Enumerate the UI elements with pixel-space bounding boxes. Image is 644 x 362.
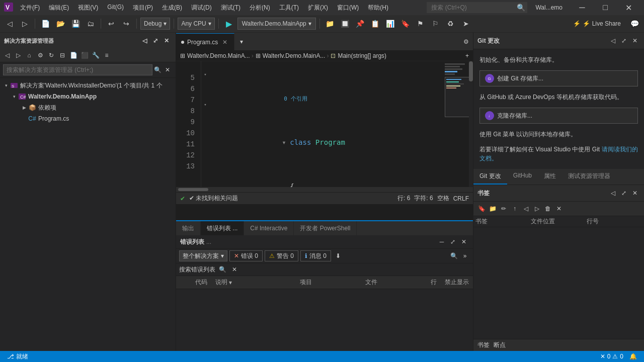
error-search-icon[interactable]: 🔍 bbox=[217, 264, 227, 275]
bm-new-btn[interactable]: 🔖 bbox=[476, 204, 487, 214]
bm-rename-btn[interactable]: ✏ bbox=[499, 204, 509, 214]
bm-next-btn[interactable]: ▷ bbox=[532, 204, 542, 214]
sol-tb-refresh[interactable]: ↻ bbox=[46, 50, 56, 60]
col-header-file[interactable]: 文件 bbox=[361, 277, 427, 288]
toolbar-extra5[interactable]: 📊 bbox=[384, 17, 397, 30]
tab-overflow-btn[interactable]: ▾ bbox=[234, 33, 249, 50]
git-create-btn[interactable]: G 创建 Git 存储库... bbox=[479, 70, 638, 86]
fold-btn-class[interactable]: ▾ bbox=[201, 70, 209, 78]
code-content[interactable]: 0 个引用 ▾ class Program { bbox=[274, 61, 443, 187]
run-target-dropdown[interactable]: Walterlv.Demo.MainApp ▾ bbox=[237, 18, 316, 30]
breadcrumb-add[interactable]: + bbox=[465, 52, 469, 59]
bottom-tab-csharp[interactable]: C# Interactive bbox=[244, 221, 294, 235]
menu-test[interactable]: 测试(T) bbox=[217, 2, 245, 14]
toolbar-extra3[interactable]: 📌 bbox=[354, 17, 367, 30]
bottom-tab-output[interactable]: 输出 bbox=[176, 221, 201, 235]
toolbar-extra6[interactable]: 🔖 bbox=[399, 17, 412, 30]
col-header-desc[interactable]: 说明 ▾ bbox=[211, 277, 296, 288]
sol-tb-prop[interactable]: ≡ bbox=[102, 50, 112, 60]
toolbar-new[interactable]: 📄 bbox=[39, 17, 52, 30]
git-tab-props[interactable]: 属性 bbox=[538, 169, 562, 185]
toolbar-back[interactable]: ◁ bbox=[3, 17, 16, 30]
bottom-tab-errors[interactable]: 错误列表 ... bbox=[201, 221, 244, 235]
sol-tb-filter[interactable]: ⬛ bbox=[79, 50, 90, 60]
menu-file[interactable]: 文件(F) bbox=[16, 2, 44, 14]
git-close-btn[interactable]: ✕ bbox=[630, 36, 640, 46]
bm-folder-btn[interactable]: 📁 bbox=[488, 204, 498, 214]
bm-delete-btn[interactable]: 🗑 bbox=[543, 204, 553, 214]
toolbar-open[interactable]: 📂 bbox=[54, 17, 67, 30]
bm-prev-btn[interactable]: ◁ bbox=[521, 204, 531, 214]
debug-config-dropdown[interactable]: Debug ▾ bbox=[140, 18, 170, 30]
codelens-ref-text[interactable]: 0 个引用 bbox=[284, 94, 307, 105]
toolbar-extra7[interactable]: ⚑ bbox=[414, 17, 427, 30]
tree-item-project[interactable]: ▾ C# Walterlv.Demo.MainApp bbox=[0, 91, 176, 102]
error-maximize-btn[interactable]: ⤢ bbox=[448, 237, 458, 247]
toolbar-forward[interactable]: ▷ bbox=[18, 17, 31, 30]
sol-close-btn[interactable]: ✕ bbox=[162, 36, 172, 46]
sol-search-close[interactable]: ✕ bbox=[163, 65, 173, 75]
sol-tb-back[interactable]: ◁ bbox=[2, 50, 12, 60]
status-bell[interactable]: 🔔 bbox=[626, 351, 640, 362]
col-header-code[interactable]: 代码 bbox=[191, 277, 211, 288]
sol-tb-home[interactable]: ⌂ bbox=[24, 50, 34, 60]
search-input[interactable] bbox=[427, 2, 527, 13]
space-info[interactable]: 空格 bbox=[437, 194, 449, 203]
menu-edit[interactable]: 编辑(E) bbox=[45, 2, 73, 14]
menu-view[interactable]: 视图(V) bbox=[74, 2, 102, 14]
col-info[interactable]: 字符: 6 bbox=[414, 194, 433, 203]
breakpoints-label[interactable]: 断点 bbox=[494, 341, 506, 349]
minimize-button[interactable]: ─ bbox=[571, 0, 594, 15]
error-more[interactable]: » bbox=[460, 251, 470, 261]
git-pin-btn[interactable]: ◁ bbox=[608, 36, 618, 46]
git-tab-test[interactable]: 测试资源管理器 bbox=[562, 169, 616, 185]
toolbar-feedback[interactable]: 💬 bbox=[628, 17, 641, 30]
bookmarks-tab-bottom[interactable]: 书签 bbox=[477, 341, 490, 349]
close-button[interactable]: ✕ bbox=[617, 0, 640, 15]
error-close-btn[interactable]: ✕ bbox=[459, 237, 469, 247]
toolbar-undo[interactable]: ↩ bbox=[105, 17, 118, 30]
project-expand-icon[interactable]: ▾ bbox=[10, 93, 18, 101]
tree-item-solution[interactable]: ▾ S 解决方案'Walterlv.WixInstallerDemo'(1 个项… bbox=[0, 80, 176, 91]
menu-debug[interactable]: 调试(D) bbox=[187, 2, 216, 14]
toolbar-run-btn[interactable]: ▶ bbox=[222, 17, 235, 30]
no-issues-text[interactable]: ✔ 未找到相关问题 bbox=[189, 194, 238, 203]
platform-dropdown[interactable]: Any CPU ▾ bbox=[178, 18, 214, 30]
error-search-close[interactable]: ✕ bbox=[229, 264, 239, 275]
bm-close-btn[interactable]: ✕ bbox=[630, 188, 640, 198]
bm-pin-btn[interactable]: ◁ bbox=[608, 188, 618, 198]
git-learn-link[interactable]: 请阅读我们的文档。 bbox=[479, 146, 638, 162]
menu-help[interactable]: 帮助(H) bbox=[364, 2, 392, 14]
git-clone-btn[interactable]: ↓ 克隆存储库... bbox=[479, 108, 638, 124]
menu-extensions[interactable]: 扩展(X) bbox=[304, 2, 332, 14]
tree-item-deps[interactable]: ▶ 📦 依赖项 bbox=[0, 102, 176, 113]
editor-scrollbar-h[interactable] bbox=[176, 187, 473, 192]
col-header-line[interactable]: 行 bbox=[427, 277, 441, 288]
scrollbar-thumb[interactable] bbox=[469, 61, 473, 81]
maximize-button[interactable]: □ bbox=[594, 0, 617, 15]
git-tab-github[interactable]: GitHub bbox=[507, 169, 538, 185]
git-tab-changes[interactable]: Git 更改 bbox=[473, 169, 507, 185]
breadcrumb-item-1[interactable]: Walterlv.Demo.MainA... › bbox=[187, 52, 254, 59]
col-header-project[interactable]: 项目 bbox=[296, 277, 361, 288]
expand-icon[interactable]: ▾ bbox=[2, 81, 10, 89]
fold-btn-method[interactable]: ▾ bbox=[201, 101, 209, 109]
bottom-tab-powershell[interactable]: 开发者 PowerShell bbox=[294, 221, 357, 235]
menu-analyze[interactable]: 分析(N) bbox=[246, 2, 274, 14]
search-icon[interactable]: 🔍 bbox=[517, 4, 525, 12]
breadcrumb-item-3[interactable]: Main(string[] args) bbox=[338, 52, 386, 59]
sol-tb-forward[interactable]: ▷ bbox=[13, 50, 23, 60]
sol-expand-btn[interactable]: ⤢ bbox=[150, 36, 160, 46]
solution-search-input[interactable] bbox=[3, 64, 152, 75]
error-filter-dropdown[interactable]: 整个解决方案 ▾ bbox=[179, 250, 227, 261]
live-share-button[interactable]: ⚡ ⚡ Live Share bbox=[568, 19, 626, 29]
bm-move-up-btn[interactable]: ↑ bbox=[510, 204, 520, 214]
sol-tb-wrench[interactable]: 🔧 bbox=[91, 50, 101, 60]
toolbar-extra9[interactable]: ♻ bbox=[444, 17, 457, 30]
toolbar-save[interactable]: 💾 bbox=[69, 17, 82, 30]
status-git-branch[interactable]: ⎇ 就绪 bbox=[4, 351, 31, 362]
h-scrollbar-thumb[interactable] bbox=[178, 188, 208, 191]
status-error-count[interactable]: ✕ 0 ⚠ 0 bbox=[597, 351, 626, 362]
bm-deleteall-btn[interactable]: ✕ bbox=[554, 204, 564, 214]
code-editor[interactable]: 5 6 7 8 9 10 11 12 13 ▾ bbox=[176, 61, 473, 187]
